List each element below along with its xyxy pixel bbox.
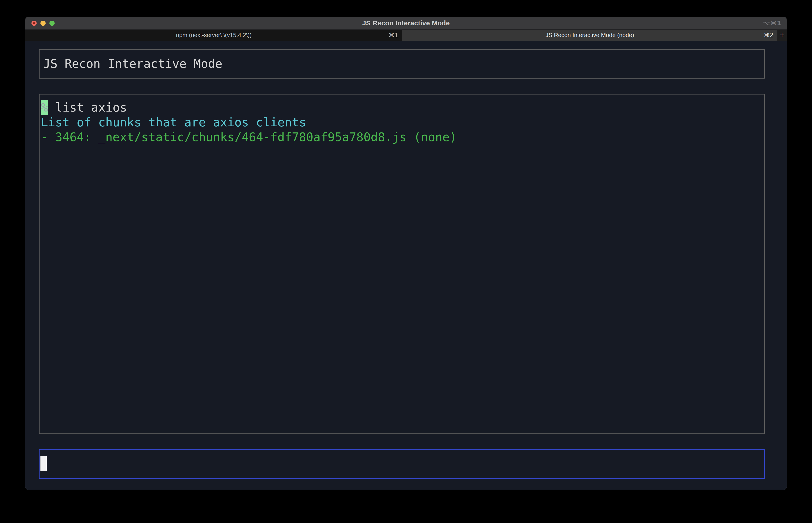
command-input[interactable] — [39, 449, 765, 479]
close-button[interactable] — [32, 21, 37, 26]
traffic-lights — [32, 17, 55, 30]
app-header-box: JS Recon Interactive Mode — [39, 49, 765, 78]
input-cursor — [40, 456, 47, 471]
modified-indicator-dot — [33, 22, 35, 24]
tab-shortcut-hint: ⌘2 — [764, 32, 773, 39]
terminal-screen: JS Recon Interactive Mode % list axios L… — [25, 41, 787, 490]
tab-label: JS Recon Interactive Mode (node) — [546, 32, 634, 39]
output-line: - 3464: _next/static/chunks/464-fdf780af… — [41, 130, 764, 145]
tab-npm-next-server[interactable]: npm (next-server\ \(v15.4.2\)) ⌘1 — [25, 30, 402, 41]
prompt-block: % — [41, 100, 48, 115]
output-box: % list axios List of chunks that are axi… — [39, 94, 765, 434]
tab-shortcut-hint: ⌘1 — [388, 32, 398, 39]
tab-label: npm (next-server\ \(v15.4.2\)) — [176, 32, 252, 39]
output-line: List of chunks that are axios clients — [41, 115, 764, 130]
new-tab-button[interactable]: + — [777, 30, 787, 41]
zoom-button[interactable] — [49, 21, 55, 26]
minimize-button[interactable] — [40, 21, 46, 26]
titlebar[interactable]: JS Recon Interactive Mode ⌥⌘1 — [25, 17, 787, 30]
tab-bar: npm (next-server\ \(v15.4.2\)) ⌘1 JS Rec… — [25, 30, 787, 41]
command-row: % list axios — [41, 100, 764, 115]
window-title: JS Recon Interactive Mode — [362, 19, 450, 27]
terminal-window: JS Recon Interactive Mode ⌥⌘1 npm (next-… — [25, 17, 787, 490]
command-text: list axios — [55, 100, 127, 115]
window-shortcut-hint: ⌥⌘1 — [763, 20, 782, 27]
app-title: JS Recon Interactive Mode — [43, 56, 222, 71]
tab-js-recon-node[interactable]: JS Recon Interactive Mode (node) ⌘2 — [402, 30, 777, 41]
